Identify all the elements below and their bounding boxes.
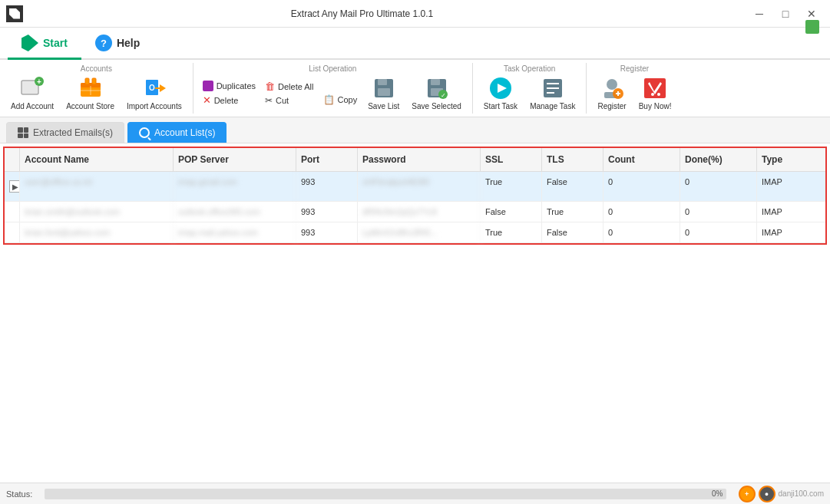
svg-text:✓: ✓ [440,92,445,99]
minimize-button[interactable]: ─ [747,2,772,26]
progress-percent: 0% [712,489,723,499]
save-selected-button[interactable]: ✓ Save Selected [407,74,466,112]
tab-start[interactable]: Start [8,28,81,60]
app-logo [6,5,23,22]
copy-items: 📋 Copy [320,94,361,106]
account-name-cell: user@office.us.int [20,172,174,201]
add-account-label: Add Account [11,102,54,110]
window-title: Extract Any Mail Pro Ultimate 1.0.1 [23,8,701,19]
copy-label: Copy [338,95,358,104]
list-operation-small-items: Duplicates ✕ Delete [200,80,259,107]
type-cell: IMAP [757,222,818,242]
table-row[interactable]: brian.smith@outlook.com outlook.office36… [5,202,825,222]
account-name-cell: brian.smith@outlook.com [20,202,174,222]
svg-text:O: O [149,84,155,92]
account-name-cell: brian.ford@yahoo.com [20,222,174,242]
save-selected-icon: ✓ [425,76,449,100]
nav-tabs: Start ? Help [0,28,830,60]
task-operation-label: Task Operation [479,64,580,73]
table-row[interactable]: ▶ user@office.us.int imap.gmail.com 993 … [5,172,825,202]
delete-label: Delete [214,96,239,105]
tls-cell: False [542,172,603,201]
app-container: Extract Any Mail Pro Ultimate 1.0.1 ─ □ … [0,0,830,504]
pop-server-cell: imap.gmail.com [174,172,296,201]
view-tab-extracted-emails[interactable]: Extracted Emails(s) [6,122,124,143]
tls-cell: True [542,202,603,222]
duplicates-button[interactable]: Duplicates [200,80,259,92]
import-accounts-button[interactable]: O Import Accounts [122,74,187,112]
expand-button[interactable]: ▶ [9,180,20,193]
import-accounts-label: Import Accounts [127,102,182,110]
done-cell: 0 [680,202,757,222]
manage-task-label: Manage Task [530,102,575,110]
pop-server-cell: outlook.office365.com [174,202,296,222]
save-list-label: Save List [368,102,399,110]
delete-all-icon: 🗑 [265,81,275,92]
col-expand [5,148,20,171]
buy-now-button[interactable]: Buy Now! [634,74,676,112]
watermark-icon-2: ● [759,486,775,502]
add-account-button[interactable]: + Add Account [6,74,58,112]
watermark-text: danji100.com [779,489,824,498]
count-cell: 0 [603,172,680,201]
app-logo-inner [9,8,20,19]
delete-all-label: Delete All [278,82,313,91]
delete-all-button[interactable]: 🗑 Delete All [262,80,316,93]
table-row[interactable]: brian.ford@yahoo.com imap.mail.yahoo.com… [5,222,825,243]
delete-icon: ✕ [203,94,211,106]
account-store-label: Account Store [66,102,114,110]
expand-cell [5,222,20,242]
svg-rect-14 [378,79,387,85]
list-operation-items: Duplicates ✕ Delete 🗑 Delete All ✂ Cut [200,74,466,112]
col-count: Count [603,148,680,171]
manage-task-button[interactable]: Manage Task [525,74,580,112]
svg-rect-32 [644,78,666,98]
status-bar: Status: 0% + ● danji100.com [0,483,830,504]
accounts-table: Account Name POP Server Port Password SS… [3,147,827,245]
cut-label: Cut [276,96,289,105]
account-store-icon [78,76,103,100]
extracted-emails-tab-label: Extracted Emails(s) [33,127,113,138]
tab-help[interactable]: ? Help [81,28,154,60]
title-bar-left [6,5,23,22]
main-content: Account Name POP Server Port Password SS… [0,143,830,504]
cut-button[interactable]: ✂ Cut [262,94,316,107]
title-bar: Extract Any Mail Pro Ultimate 1.0.1 ─ □ … [0,0,830,28]
duplicates-icon [203,81,213,91]
duplicates-label: Duplicates [217,81,256,91]
view-tab-account-list[interactable]: Account List(s) [127,122,227,143]
type-cell: IMAP [757,172,818,201]
add-account-icon: + [20,76,45,100]
buy-now-icon [643,76,667,100]
svg-point-34 [657,93,660,96]
copy-button[interactable]: 📋 Copy [320,94,361,106]
start-task-button[interactable]: Start Task [479,74,522,112]
search-icon [139,127,150,138]
list-operation-label: List Operation [200,64,466,73]
account-list-tab-label: Account List(s) [154,127,215,138]
count-cell: 0 [603,202,680,222]
type-cell: IMAP [757,202,818,222]
start-task-icon [488,76,513,100]
task-operation-items: Start Task Manage Task [479,74,580,112]
account-store-button[interactable]: Account Store [61,74,119,112]
save-list-button[interactable]: Save List [363,74,404,112]
password-cell: dRf4cNm2pQx7Yz9 [358,202,481,222]
register-button[interactable]: Register [593,74,630,112]
svg-rect-31 [617,91,619,96]
toolbar: Accounts + Add Account [0,60,830,117]
col-ssl: SSL [481,148,542,171]
ssl-cell: False [481,202,542,222]
svg-text:+: + [37,77,41,86]
start-icon [21,35,38,51]
import-accounts-icon: O [142,76,167,100]
svg-rect-17 [431,79,440,85]
manage-task-icon [541,76,565,100]
done-cell: 0 [680,172,757,201]
accounts-toolbar-items: + Add Account [6,74,187,112]
maximize-button[interactable]: □ [773,2,798,26]
svg-rect-5 [85,78,89,84]
delete-button[interactable]: ✕ Delete [200,94,259,107]
svg-point-27 [607,79,617,90]
grid-icon [18,127,28,138]
